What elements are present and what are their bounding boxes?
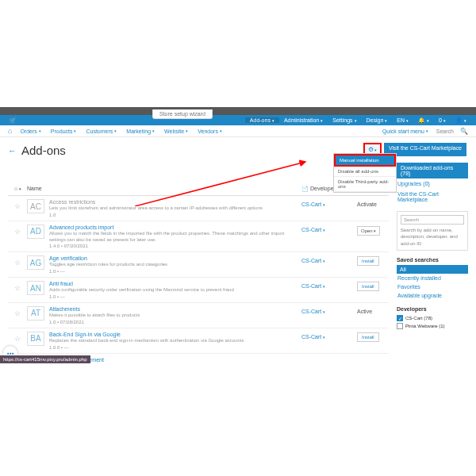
developers-heading: Developers — [397, 306, 468, 312]
saved-searches-heading: Saved searches — [397, 257, 468, 263]
tab-downloaded[interactable]: Downloaded add-ons (78) — [397, 163, 468, 178]
status-active: Active — [357, 309, 372, 314]
addon-name[interactable]: Attachments — [49, 306, 301, 312]
addon-developer[interactable]: CS-Cart ▾ — [301, 281, 357, 289]
addon-description: Makes it possible to attach files to pro… — [49, 313, 301, 319]
saved-recent[interactable]: Recently installed — [397, 274, 468, 282]
store-setup-wizard[interactable]: Store setup wizard — [152, 109, 213, 119]
admin-top-bar: 🛒 Add-ons▾ Administration▾ Settings▾ Des… — [0, 115, 476, 125]
nav-administration[interactable]: Administration▾ — [279, 117, 328, 123]
nav-website[interactable]: Website▾ — [159, 129, 193, 134]
back-button[interactable]: ← — [8, 146, 17, 155]
dropdown-manual-installation[interactable]: Manual installation — [334, 154, 396, 167]
open-button[interactable]: Open ▾ — [357, 226, 380, 236]
sidebar-search-input[interactable]: Search — [401, 215, 464, 225]
addon-name[interactable]: Access restrictions — [49, 199, 301, 205]
lang-switch[interactable]: EN▾ — [392, 117, 413, 123]
addon-badge: AC — [27, 199, 44, 213]
saved-all[interactable]: All — [397, 265, 468, 274]
addon-description: Adds configurable security order verific… — [49, 287, 301, 294]
nav-marketing[interactable]: Marketing▾ — [121, 129, 159, 134]
addon-version: 1.0.0 • --- — [49, 345, 301, 350]
addon-version: 1.0 • --- — [49, 294, 301, 299]
addon-badge: AT — [27, 306, 44, 321]
addon-version: 1.0 • --- — [49, 269, 301, 274]
addons-table: ☆ ▾ Name 📄 Developer ☆ACAccess restricti… — [8, 182, 389, 366]
gear-icon: ⚙ — [368, 146, 374, 153]
saved-favorites[interactable]: Favorites — [397, 282, 468, 291]
notifications-icon[interactable]: 🔔▾ — [413, 117, 434, 124]
table-row: ☆ADAdvanced products importAllows you to… — [8, 221, 389, 253]
nav-products[interactable]: Products▾ — [46, 129, 82, 134]
addon-description: Replaces the standard back-end sign-in m… — [49, 338, 301, 344]
dropdown-disable-third[interactable]: Disable Third-party add-ons — [334, 177, 396, 192]
tab-upgrades[interactable]: Upgrades (0) — [397, 178, 468, 189]
table-row: ☆AGAge verificationToggles age restricti… — [8, 252, 389, 278]
table-row: ☆ACAccess restrictionsLets you limit sto… — [8, 196, 389, 221]
addon-badge: AG — [27, 255, 44, 270]
star-toggle[interactable]: ☆ — [8, 199, 27, 210]
col-star[interactable]: ☆ ▾ — [8, 186, 27, 192]
quick-start-menu[interactable]: Quick start menu▾ — [378, 129, 433, 134]
addon-developer[interactable]: CS-Cart ▾ — [301, 306, 357, 314]
star-toggle[interactable]: ☆ — [8, 281, 27, 292]
nav-design[interactable]: Design▾ — [362, 117, 393, 123]
col-name[interactable]: Name — [27, 186, 301, 192]
status-url: https://cs-cart415mv.pixy.pro/admin.php — [0, 355, 90, 363]
install-button[interactable]: Install — [357, 256, 379, 266]
search-icon[interactable]: 🔍 — [457, 128, 471, 135]
addon-developer[interactable]: CS-Cart ▾ — [301, 332, 357, 340]
developer-filter[interactable]: ✓CS-Cart (78) — [397, 314, 468, 322]
checkbox-icon — [397, 323, 403, 329]
star-toggle[interactable]: ☆ — [8, 255, 27, 267]
addon-description: Allows you to match the fields in the im… — [49, 231, 301, 244]
addon-name[interactable]: Age verification — [49, 255, 301, 261]
table-row: ☆ANAnti fraudAdds configurable security … — [8, 278, 389, 303]
secondary-nav: ⌂ Orders▾ Products▾ Customers▾ Marketing… — [0, 125, 476, 137]
nav-settings[interactable]: Settings▾ — [328, 117, 361, 123]
user-icon[interactable]: 👤▾ — [451, 117, 471, 124]
nav-customers[interactable]: Customers▾ — [81, 129, 121, 134]
side-visit-marketplace[interactable]: Visit the CS-Cart Marketplace — [397, 189, 468, 205]
addon-developer[interactable]: CS-Cart ▾ — [301, 199, 357, 207]
sidebar: Downloaded add-ons (78) Upgrades (0) Vis… — [397, 163, 468, 366]
developer-filter[interactable]: Pinta Webware (1) — [397, 322, 468, 330]
dropdown-disable-all[interactable]: Disable all add-ons — [334, 167, 396, 177]
addon-name[interactable]: Advanced products import — [49, 225, 301, 230]
activate-link[interactable]: Activate — [357, 202, 377, 207]
home-icon[interactable]: ⌂ — [5, 127, 15, 135]
addon-description: Lets you limit storefront and administra… — [49, 205, 301, 212]
table-row: ☆BABack-End Sign-In via GoogleReplaces t… — [8, 328, 389, 354]
install-button[interactable]: Install — [357, 332, 379, 342]
addon-badge: AN — [27, 281, 44, 295]
addon-name[interactable]: Back-End Sign-In via Google — [49, 332, 301, 337]
cart-count[interactable]: 0▾ — [434, 117, 451, 123]
addon-developer[interactable]: CS-Cart ▾ — [301, 255, 357, 263]
star-toggle[interactable]: ☆ — [8, 306, 27, 317]
star-toggle[interactable]: ☆ — [8, 332, 27, 343]
addon-version: 1.0 — [49, 213, 301, 217]
addon-badge: BA — [27, 332, 44, 346]
gear-dropdown: Manual installation Disable all add-ons … — [333, 153, 397, 193]
search-label: Search — [433, 129, 457, 134]
addon-name[interactable]: Anti fraud — [49, 281, 301, 286]
cart-icon[interactable]: 🛒 — [5, 117, 21, 124]
addon-badge: AD — [27, 225, 44, 239]
page-title: Add-ons — [21, 144, 66, 157]
sidebar-search-hint: Search by add-on name, description, deve… — [401, 227, 464, 247]
addon-description: Toggles age restriction rules for produc… — [49, 262, 301, 268]
addon-developer[interactable]: CS-Cart ▾ — [301, 225, 357, 232]
nav-addons[interactable]: Add-ons▾ — [245, 117, 279, 123]
table-row: ☆ATAttachmentsMakes it possible to attac… — [8, 303, 389, 328]
nav-vendors[interactable]: Vendors▾ — [193, 129, 227, 134]
install-button[interactable]: Install — [357, 282, 379, 291]
star-toggle[interactable]: ☆ — [8, 225, 27, 236]
checkbox-icon: ✓ — [397, 315, 403, 321]
nav-orders[interactable]: Orders▾ — [15, 129, 45, 134]
addon-version: 1.4.0 • 07/20/2021 — [49, 244, 301, 248]
addon-version: 1.0 • 07/28/2021 — [49, 320, 301, 324]
saved-available-upgrade[interactable]: Available upgrade — [397, 291, 468, 300]
